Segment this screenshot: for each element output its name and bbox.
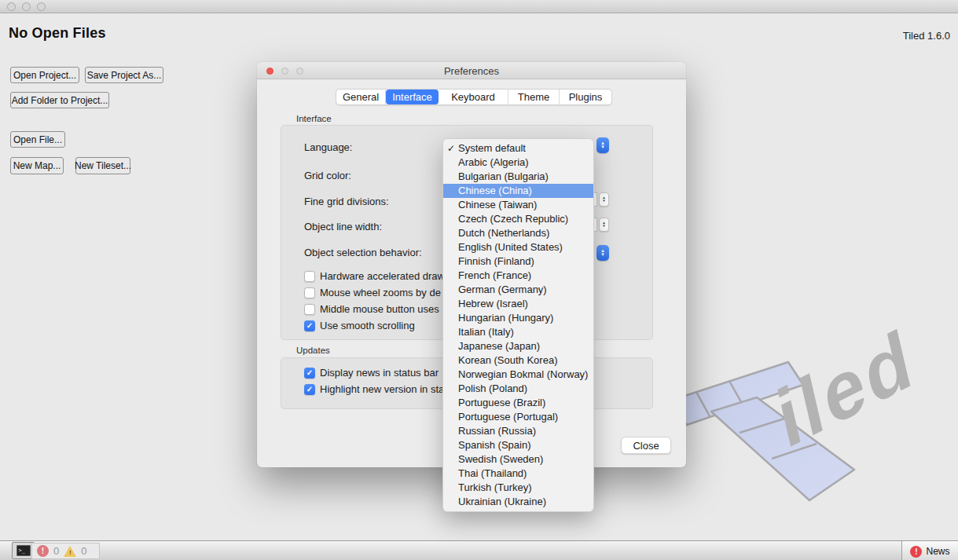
checkbox-label: Mouse wheel zooms by de — [320, 287, 441, 298]
tab-interface[interactable]: Interface — [386, 90, 439, 104]
status-bar: >_ ! 0 ! 0 ! News — [0, 540, 958, 560]
middle-mouse-checkbox-row[interactable]: Middle mouse button uses — [304, 303, 439, 315]
language-option[interactable]: Arabic (Algeria) — [443, 156, 593, 170]
tab-plugins[interactable]: Plugins — [560, 90, 611, 104]
close-button[interactable]: Close — [621, 437, 671, 454]
logo-tile-bar — [673, 362, 803, 425]
fine-grid-divisions-label: Fine grid divisions: — [304, 196, 389, 207]
warning-icon: ! — [64, 546, 76, 557]
language-dropdown-popup: ✓ System default Arabic (Algeria) Bulgar… — [442, 138, 594, 512]
language-option[interactable]: Bulgarian (Bulgaria) — [443, 170, 593, 184]
checkbox-checked-icon[interactable]: ✓ — [304, 368, 315, 379]
language-option[interactable]: Finnish (Finland) — [443, 254, 593, 269]
smooth-scrolling-checkbox-row[interactable]: ✓ Use smooth scrolling — [304, 320, 415, 331]
language-option[interactable]: Portuguese (Brazil) — [443, 396, 593, 410]
language-option[interactable]: English (United States) — [443, 240, 593, 254]
language-option-highlighted[interactable]: Chinese (China) — [443, 184, 593, 198]
checkbox-unchecked-icon[interactable] — [304, 271, 315, 282]
language-option[interactable]: Swedish (Sweden) — [443, 452, 593, 467]
add-folder-to-project-button[interactable]: Add Folder to Project... — [10, 92, 109, 108]
stepper-down-icon: ▼ — [602, 199, 605, 203]
highlight-version-checkbox-row[interactable]: ✓ Highlight new version in sta — [304, 383, 444, 395]
checkbox-label: Middle mouse button uses — [320, 303, 439, 315]
window-minimize-icon[interactable] — [22, 2, 31, 11]
tab-keyboard[interactable]: Keyboard — [439, 90, 508, 104]
new-map-button[interactable]: New Map... — [10, 157, 64, 174]
checkbox-label: Highlight new version in sta — [320, 383, 444, 395]
language-option[interactable]: Japanese (Japan) — [443, 339, 593, 353]
object-selection-combo-button[interactable]: ▲ ▼ — [596, 245, 609, 261]
error-count: 0 — [53, 545, 59, 557]
language-option[interactable]: Czech (Czech Republic) — [443, 212, 593, 226]
checkbox-label: Use smooth scrolling — [320, 320, 415, 331]
tab-theme[interactable]: Theme — [508, 90, 560, 104]
console-icon: >_ — [17, 545, 31, 556]
language-combo-button[interactable]: ▲ ▼ — [596, 137, 609, 153]
warning-count: 0 — [81, 545, 86, 557]
grid-color-label: Grid color: — [304, 170, 351, 181]
language-option[interactable]: Korean (South Korea) — [443, 353, 593, 368]
news-label: News — [926, 546, 949, 557]
language-option[interactable]: Norwegian Bokmal (Norway) — [443, 368, 593, 382]
open-project-button[interactable]: Open Project... — [10, 67, 79, 83]
stepper-down-icon: ▼ — [602, 225, 605, 229]
tab-general[interactable]: General — [336, 90, 386, 104]
object-selection-behavior-label: Object selection behavior: — [304, 247, 422, 258]
language-option[interactable]: Italian (Italy) — [443, 325, 593, 339]
news-alert-icon: ! — [910, 546, 922, 558]
updates-group-label: Updates — [296, 346, 330, 355]
checkmark-icon: ✓ — [447, 141, 455, 156]
page-title: No Open Files — [9, 25, 106, 42]
window-close-icon[interactable] — [7, 2, 16, 11]
checkbox-checked-icon[interactable]: ✓ — [304, 384, 315, 395]
new-tileset-button[interactable]: New Tileset... — [75, 157, 130, 174]
logo-text: iled — [769, 311, 922, 467]
language-option[interactable]: Russian (Russia) — [443, 424, 593, 438]
dialog-title: Preferences — [257, 65, 686, 77]
checkbox-unchecked-icon[interactable] — [304, 304, 315, 315]
language-option[interactable]: Turkish (Turkey) — [443, 481, 593, 495]
window-zoom-icon[interactable] — [37, 2, 46, 11]
checkbox-label: Display news in status bar — [320, 367, 439, 379]
language-label: Language: — [304, 141, 352, 153]
app-version: Tiled 1.6.0 — [903, 30, 950, 42]
dialog-titlebar: Preferences — [257, 62, 686, 79]
checkbox-checked-icon[interactable]: ✓ — [304, 320, 315, 331]
error-icon: ! — [37, 545, 49, 557]
object-line-width-label: Object line width: — [304, 221, 382, 232]
language-option[interactable]: Portuguese (Portugal) — [443, 410, 593, 424]
interface-group-label: Interface — [296, 114, 332, 123]
fine-grid-divisions-stepper[interactable]: ▲ ▼ — [599, 192, 609, 207]
chevron-down-icon: ▼ — [600, 145, 605, 149]
logo-tile-stem — [711, 397, 854, 500]
language-option[interactable]: Hungarian (Hungary) — [443, 311, 593, 325]
checkbox-label: Hardware accelerated draw — [320, 270, 445, 282]
language-option[interactable]: German (Germany) — [443, 283, 593, 297]
app-window: No Open Files Tiled 1.6.0 Open Project..… — [0, 0, 958, 560]
language-option[interactable]: French (France) — [443, 269, 593, 283]
language-option[interactable]: Spanish (Spain) — [443, 438, 593, 452]
preferences-tabbar: General Interface Keyboard Theme Plugins — [336, 89, 612, 105]
open-file-button[interactable]: Open File... — [10, 131, 65, 148]
language-option[interactable]: Ukrainian (Ukraine) — [443, 495, 593, 509]
issues-counter[interactable]: ! 0 ! 0 — [31, 543, 100, 559]
display-news-checkbox-row[interactable]: ✓ Display news in status bar — [304, 367, 439, 379]
language-option[interactable]: ✓ System default — [443, 141, 593, 156]
hardware-accelerated-checkbox-row[interactable]: Hardware accelerated draw — [304, 270, 445, 282]
object-line-width-stepper[interactable]: ▲ ▼ — [599, 218, 609, 232]
window-titlebar — [0, 0, 958, 13]
language-option[interactable]: Hebrew (Israel) — [443, 297, 593, 311]
checkbox-unchecked-icon[interactable] — [304, 287, 315, 298]
language-option[interactable]: Thai (Thailand) — [443, 467, 593, 481]
chevron-down-icon: ▼ — [600, 253, 605, 257]
save-project-as-button[interactable]: Save Project As... — [85, 67, 163, 83]
mouse-wheel-zoom-checkbox-row[interactable]: Mouse wheel zooms by de — [304, 287, 441, 298]
news-button[interactable]: ! News — [901, 540, 958, 560]
language-option[interactable]: Dutch (Netherlands) — [443, 226, 593, 240]
language-option[interactable]: Polish (Poland) — [443, 382, 593, 396]
language-option[interactable]: Chinese (Taiwan) — [443, 198, 593, 212]
